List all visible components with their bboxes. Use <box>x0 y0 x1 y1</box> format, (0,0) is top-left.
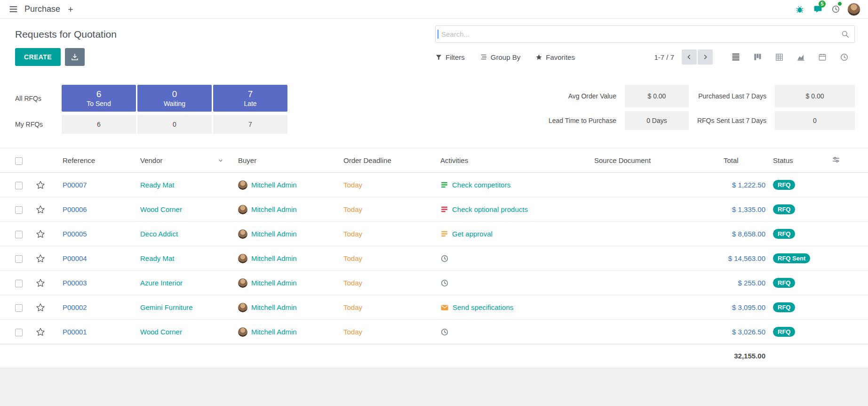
buyer-link[interactable]: Mitchell Admin <box>251 205 297 213</box>
column-header-total[interactable]: Total <box>720 148 769 173</box>
activity-clock-icon[interactable] <box>440 328 449 336</box>
filter-icon <box>435 54 442 61</box>
vendor-link[interactable]: Ready Mat <box>140 181 175 189</box>
row-checkbox[interactable] <box>15 182 23 189</box>
debug-bug-icon[interactable] <box>791 2 809 17</box>
row-checkbox[interactable] <box>15 280 23 287</box>
buyer-link[interactable]: Mitchell Admin <box>251 303 297 311</box>
group-by-button[interactable]: Group By <box>480 53 520 61</box>
row-checkbox[interactable] <box>15 304 23 312</box>
column-header-status[interactable]: Status <box>769 148 828 173</box>
bucket-to-send[interactable]: 6 To Send <box>62 85 136 112</box>
activity-view-button[interactable] <box>833 49 855 65</box>
buyer-avatar <box>238 180 247 190</box>
apps-menu-button[interactable] <box>6 2 21 17</box>
status-badge: RFQ <box>773 327 795 337</box>
activity-link[interactable]: Check optional products <box>452 205 528 213</box>
reference-link[interactable]: P00001 <box>63 328 87 336</box>
reference-link[interactable]: P00002 <box>63 303 87 311</box>
row-checkbox[interactable] <box>15 231 23 238</box>
table-row[interactable]: P00003 Azure Interior Mitchell Admin Tod… <box>0 271 868 295</box>
activity-link[interactable]: Get approval <box>452 230 493 238</box>
row-checkbox[interactable] <box>15 255 23 263</box>
favorite-star-icon[interactable] <box>36 229 45 239</box>
activity-clock-icon[interactable] <box>440 279 449 287</box>
vendor-link[interactable]: Gemini Furniture <box>140 303 193 311</box>
status-badge: RFQ Sent <box>773 253 810 263</box>
reference-link[interactable]: P00005 <box>63 230 87 238</box>
kanban-view-button[interactable] <box>747 49 768 65</box>
bucket-waiting[interactable]: 0 Waiting <box>137 85 212 112</box>
pivot-view-button[interactable] <box>768 49 790 65</box>
vendor-link[interactable]: Ready Mat <box>140 254 175 262</box>
buyer-link[interactable]: Mitchell Admin <box>251 181 297 189</box>
vendor-link[interactable]: Azure Interior <box>140 279 183 287</box>
group-by-label: Group By <box>491 53 520 61</box>
my-bucket-to-send[interactable]: 6 <box>62 115 136 134</box>
favorite-star-icon[interactable] <box>36 254 45 263</box>
search-box[interactable] <box>435 25 855 43</box>
my-bucket-late[interactable]: 7 <box>213 115 287 134</box>
optional-columns-icon[interactable] <box>832 155 840 164</box>
my-bucket-waiting[interactable]: 0 <box>137 115 212 134</box>
table-row[interactable]: P00001 Wood Corner Mitchell Admin Today … <box>0 320 868 344</box>
plus-icon[interactable] <box>64 3 77 16</box>
favorite-star-icon[interactable] <box>36 205 45 214</box>
search-input[interactable] <box>440 30 841 39</box>
favorite-star-icon[interactable] <box>36 303 45 312</box>
search-icon[interactable] <box>841 30 850 39</box>
activities-clock-icon[interactable] <box>827 2 844 17</box>
create-button[interactable]: CREATE <box>15 48 61 66</box>
reference-link[interactable]: P00004 <box>63 254 87 262</box>
table-row[interactable]: P00004 Ready Mat Mitchell Admin Today $ … <box>0 246 868 271</box>
activity-clock-icon[interactable] <box>440 254 449 263</box>
buyer-link[interactable]: Mitchell Admin <box>251 279 297 287</box>
filters-button[interactable]: Filters <box>435 53 465 61</box>
graph-view-button[interactable] <box>790 49 812 65</box>
favorite-star-icon[interactable] <box>36 327 45 337</box>
column-header-vendor[interactable]: Vendor <box>136 148 234 173</box>
list-view-icon <box>731 52 741 62</box>
reference-link[interactable]: P00007 <box>63 181 87 189</box>
favorite-star-icon[interactable] <box>36 278 45 288</box>
vendor-link[interactable]: Wood Corner <box>140 328 182 336</box>
buyer-link[interactable]: Mitchell Admin <box>251 328 297 336</box>
export-button[interactable] <box>65 48 85 66</box>
favorites-button[interactable]: Favorites <box>535 53 575 61</box>
vendor-link[interactable]: Deco Addict <box>140 230 178 238</box>
vendor-link[interactable]: Wood Corner <box>140 205 182 213</box>
table-row[interactable]: P00006 Wood Corner Mitchell Admin Today … <box>0 197 868 222</box>
table-row[interactable]: P00005 Deco Addict Mitchell Admin Today … <box>0 222 868 246</box>
list-view-button[interactable] <box>725 49 747 65</box>
activity-link[interactable]: Check competitors <box>452 181 510 189</box>
column-header-order-deadline[interactable]: Order Deadline <box>340 148 437 173</box>
bucket-count: 7 <box>248 89 253 99</box>
table-row[interactable]: P00007 Ready Mat Mitchell Admin Today Ch… <box>0 173 868 197</box>
row-checkbox[interactable] <box>15 329 23 336</box>
column-header-activities[interactable]: Activities <box>437 148 590 173</box>
pager-text: 1-7 / 7 <box>654 53 674 61</box>
buyer-link[interactable]: Mitchell Admin <box>251 230 297 238</box>
buyer-link[interactable]: Mitchell Admin <box>251 254 297 262</box>
row-checkbox[interactable] <box>15 206 23 214</box>
reference-link[interactable]: P00003 <box>63 279 87 287</box>
status-badge: RFQ <box>773 204 795 214</box>
bucket-count: 0 <box>172 89 177 99</box>
status-badge: RFQ <box>773 278 795 288</box>
pager-previous-button[interactable] <box>682 49 697 65</box>
reference-link[interactable]: P00006 <box>63 205 87 213</box>
messages-icon[interactable]: 5 <box>809 2 827 17</box>
calendar-view-button[interactable] <box>812 49 833 65</box>
column-header-source-document[interactable]: Source Document <box>590 148 720 173</box>
app-title[interactable]: Purchase <box>24 4 60 14</box>
activity-link[interactable]: Send specifications <box>453 303 513 311</box>
column-header-reference[interactable]: Reference <box>59 148 136 173</box>
kpi-label-lead-time: Lead Time to Purchase <box>549 117 616 124</box>
pager-next-button[interactable] <box>698 49 713 65</box>
bucket-late[interactable]: 7 Late <box>213 85 287 112</box>
favorite-star-icon[interactable] <box>36 180 45 190</box>
table-row[interactable]: P00002 Gemini Furniture Mitchell Admin T… <box>0 295 868 320</box>
user-avatar[interactable] <box>847 3 860 16</box>
column-header-buyer[interactable]: Buyer <box>234 148 340 173</box>
select-all-checkbox[interactable] <box>15 157 23 165</box>
